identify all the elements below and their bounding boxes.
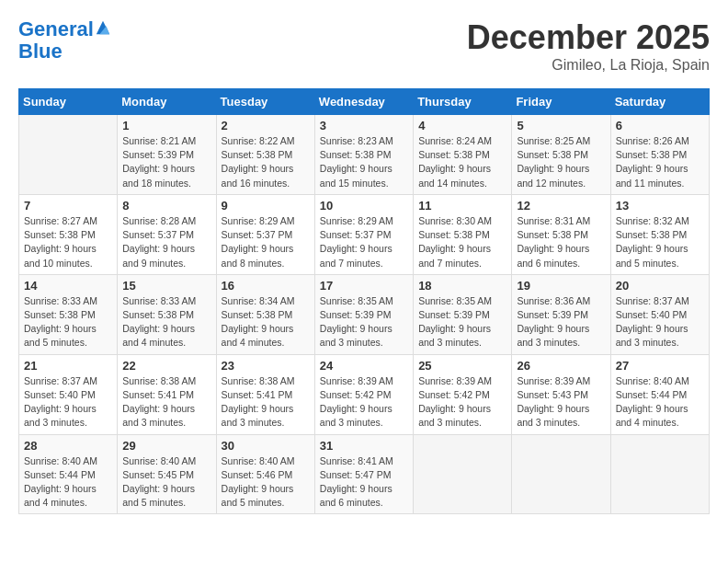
weekday-header-row: SundayMondayTuesdayWednesdayThursdayFrid… xyxy=(19,89,710,115)
day-number: 7 xyxy=(24,199,112,213)
logo: General Blue xyxy=(18,18,111,63)
day-number: 25 xyxy=(418,359,506,373)
calendar-week-3: 14Sunrise: 8:33 AMSunset: 5:38 PMDayligh… xyxy=(19,274,710,354)
calendar-cell: 29Sunrise: 8:40 AMSunset: 5:45 PMDayligh… xyxy=(118,434,216,514)
calendar-cell: 24Sunrise: 8:39 AMSunset: 5:42 PMDayligh… xyxy=(314,354,413,434)
calendar-cell: 14Sunrise: 8:33 AMSunset: 5:38 PMDayligh… xyxy=(19,274,118,354)
month-title: December 2025 xyxy=(467,18,710,57)
calendar-cell: 9Sunrise: 8:29 AMSunset: 5:37 PMDaylight… xyxy=(216,194,314,274)
day-info: Sunrise: 8:40 AMSunset: 5:45 PMDaylight:… xyxy=(122,454,210,511)
day-number: 20 xyxy=(616,279,704,293)
day-info: Sunrise: 8:35 AMSunset: 5:39 PMDaylight:… xyxy=(418,294,506,350)
weekday-header-saturday: Saturday xyxy=(610,89,709,115)
calendar-cell: 31Sunrise: 8:41 AMSunset: 5:47 PMDayligh… xyxy=(314,434,413,514)
day-info: Sunrise: 8:36 AMSunset: 5:39 PMDaylight:… xyxy=(517,294,605,350)
location-title: Gimileo, La Rioja, Spain xyxy=(467,57,710,74)
calendar-cell xyxy=(414,434,512,514)
day-info: Sunrise: 8:38 AMSunset: 5:41 PMDaylight:… xyxy=(222,374,310,431)
calendar-week-2: 7Sunrise: 8:27 AMSunset: 5:38 PMDaylight… xyxy=(19,194,710,274)
calendar-cell: 22Sunrise: 8:38 AMSunset: 5:41 PMDayligh… xyxy=(118,354,216,434)
day-info: Sunrise: 8:30 AMSunset: 5:38 PMDaylight:… xyxy=(418,214,506,270)
day-number: 2 xyxy=(222,119,310,132)
day-number: 18 xyxy=(418,279,506,293)
day-number: 4 xyxy=(418,119,506,132)
day-info: Sunrise: 8:27 AMSunset: 5:38 PMDaylight:… xyxy=(24,214,112,270)
day-info: Sunrise: 8:37 AMSunset: 5:40 PMDaylight:… xyxy=(24,374,112,431)
calendar-cell xyxy=(512,434,610,514)
day-number: 21 xyxy=(24,359,112,373)
day-info: Sunrise: 8:21 AMSunset: 5:39 PMDaylight:… xyxy=(122,134,210,190)
calendar-cell: 10Sunrise: 8:29 AMSunset: 5:37 PMDayligh… xyxy=(314,194,413,274)
day-info: Sunrise: 8:38 AMSunset: 5:41 PMDaylight:… xyxy=(122,374,210,431)
day-info: Sunrise: 8:39 AMSunset: 5:42 PMDaylight:… xyxy=(320,374,408,431)
calendar-cell: 3Sunrise: 8:23 AMSunset: 5:38 PMDaylight… xyxy=(314,115,413,195)
calendar-cell: 12Sunrise: 8:31 AMSunset: 5:38 PMDayligh… xyxy=(512,194,610,274)
calendar-cell: 6Sunrise: 8:26 AMSunset: 5:38 PMDaylight… xyxy=(610,115,709,195)
calendar-cell xyxy=(610,434,709,514)
calendar-week-5: 28Sunrise: 8:40 AMSunset: 5:44 PMDayligh… xyxy=(19,434,710,514)
day-info: Sunrise: 8:29 AMSunset: 5:37 PMDaylight:… xyxy=(222,214,310,270)
calendar-cell: 21Sunrise: 8:37 AMSunset: 5:40 PMDayligh… xyxy=(19,354,118,434)
day-number: 29 xyxy=(122,439,210,453)
day-info: Sunrise: 8:41 AMSunset: 5:47 PMDaylight:… xyxy=(320,454,408,511)
day-number: 10 xyxy=(320,199,408,213)
calendar-table: SundayMondayTuesdayWednesdayThursdayFrid… xyxy=(18,88,710,514)
day-info: Sunrise: 8:29 AMSunset: 5:37 PMDaylight:… xyxy=(320,214,408,270)
day-number: 16 xyxy=(222,279,310,293)
day-info: Sunrise: 8:39 AMSunset: 5:43 PMDaylight:… xyxy=(517,374,605,431)
day-number: 22 xyxy=(122,359,210,373)
logo-blue: Blue xyxy=(18,40,63,63)
day-info: Sunrise: 8:40 AMSunset: 5:44 PMDaylight:… xyxy=(24,454,112,511)
day-number: 1 xyxy=(122,119,210,132)
logo-general: General xyxy=(18,17,94,40)
calendar-cell: 23Sunrise: 8:38 AMSunset: 5:41 PMDayligh… xyxy=(216,354,314,434)
day-number: 12 xyxy=(517,199,605,213)
weekday-header-wednesday: Wednesday xyxy=(314,89,413,115)
day-info: Sunrise: 8:33 AMSunset: 5:38 PMDaylight:… xyxy=(122,294,210,350)
calendar-cell: 5Sunrise: 8:25 AMSunset: 5:38 PMDaylight… xyxy=(512,115,610,195)
day-number: 14 xyxy=(24,279,112,293)
day-number: 11 xyxy=(418,199,506,213)
calendar-cell: 4Sunrise: 8:24 AMSunset: 5:38 PMDaylight… xyxy=(414,115,512,195)
calendar-cell: 15Sunrise: 8:33 AMSunset: 5:38 PMDayligh… xyxy=(118,274,216,354)
calendar-cell: 17Sunrise: 8:35 AMSunset: 5:39 PMDayligh… xyxy=(314,274,413,354)
day-number: 3 xyxy=(320,119,408,132)
day-info: Sunrise: 8:25 AMSunset: 5:38 PMDaylight:… xyxy=(517,134,605,190)
calendar-week-1: 1Sunrise: 8:21 AMSunset: 5:39 PMDaylight… xyxy=(19,115,710,195)
day-number: 8 xyxy=(122,199,210,213)
calendar-cell: 28Sunrise: 8:40 AMSunset: 5:44 PMDayligh… xyxy=(19,434,118,514)
day-number: 28 xyxy=(24,439,112,453)
day-info: Sunrise: 8:28 AMSunset: 5:37 PMDaylight:… xyxy=(122,214,210,270)
day-number: 30 xyxy=(222,439,310,453)
calendar-cell: 30Sunrise: 8:40 AMSunset: 5:46 PMDayligh… xyxy=(216,434,314,514)
day-info: Sunrise: 8:22 AMSunset: 5:38 PMDaylight:… xyxy=(222,134,310,190)
calendar-cell: 1Sunrise: 8:21 AMSunset: 5:39 PMDaylight… xyxy=(118,115,216,195)
calendar-cell: 13Sunrise: 8:32 AMSunset: 5:38 PMDayligh… xyxy=(610,194,709,274)
day-number: 19 xyxy=(517,279,605,293)
calendar-cell: 7Sunrise: 8:27 AMSunset: 5:38 PMDaylight… xyxy=(19,194,118,274)
day-info: Sunrise: 8:31 AMSunset: 5:38 PMDaylight:… xyxy=(517,214,605,270)
day-info: Sunrise: 8:34 AMSunset: 5:38 PMDaylight:… xyxy=(222,294,310,350)
calendar-week-4: 21Sunrise: 8:37 AMSunset: 5:40 PMDayligh… xyxy=(19,354,710,434)
day-info: Sunrise: 8:32 AMSunset: 5:38 PMDaylight:… xyxy=(616,214,704,270)
day-info: Sunrise: 8:26 AMSunset: 5:38 PMDaylight:… xyxy=(616,134,704,190)
weekday-header-friday: Friday xyxy=(512,89,610,115)
calendar-cell: 19Sunrise: 8:36 AMSunset: 5:39 PMDayligh… xyxy=(512,274,610,354)
calendar-cell: 26Sunrise: 8:39 AMSunset: 5:43 PMDayligh… xyxy=(512,354,610,434)
title-block: December 2025 Gimileo, La Rioja, Spain xyxy=(467,18,710,74)
day-info: Sunrise: 8:37 AMSunset: 5:40 PMDaylight:… xyxy=(616,294,704,350)
calendar-cell: 16Sunrise: 8:34 AMSunset: 5:38 PMDayligh… xyxy=(216,274,314,354)
day-info: Sunrise: 8:24 AMSunset: 5:38 PMDaylight:… xyxy=(418,134,506,190)
day-number: 5 xyxy=(517,119,605,132)
calendar-cell: 11Sunrise: 8:30 AMSunset: 5:38 PMDayligh… xyxy=(414,194,512,274)
weekday-header-tuesday: Tuesday xyxy=(216,89,314,115)
day-number: 23 xyxy=(222,359,310,373)
day-info: Sunrise: 8:35 AMSunset: 5:39 PMDaylight:… xyxy=(320,294,408,350)
calendar-cell: 8Sunrise: 8:28 AMSunset: 5:37 PMDaylight… xyxy=(118,194,216,274)
day-info: Sunrise: 8:33 AMSunset: 5:38 PMDaylight:… xyxy=(24,294,112,350)
calendar-cell xyxy=(19,115,118,195)
calendar-cell: 20Sunrise: 8:37 AMSunset: 5:40 PMDayligh… xyxy=(610,274,709,354)
weekday-header-monday: Monday xyxy=(118,89,216,115)
page-header: General Blue December 2025 Gimileo, La R… xyxy=(18,18,710,74)
day-info: Sunrise: 8:40 AMSunset: 5:44 PMDaylight:… xyxy=(616,374,704,431)
